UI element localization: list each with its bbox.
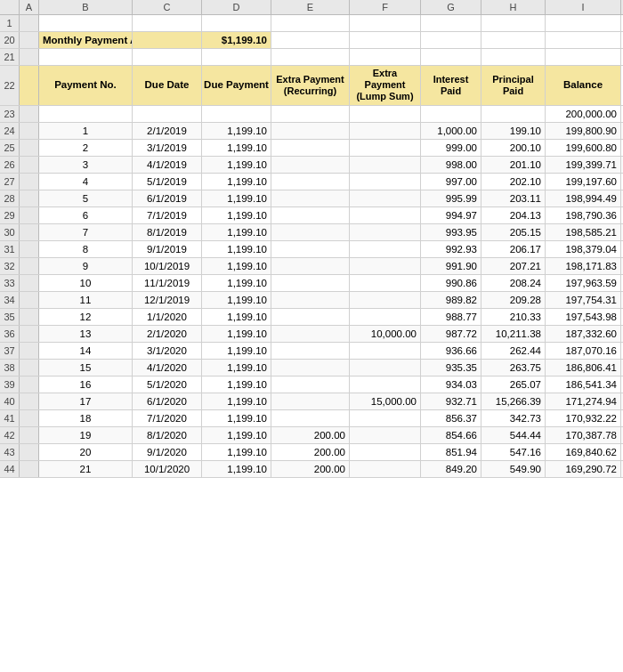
cell-25-c: 3/1/2019 xyxy=(133,140,202,156)
cell-39-a xyxy=(20,376,39,393)
cell-44-g: 849.20 xyxy=(421,461,481,477)
row-num-1: 1 xyxy=(0,15,20,31)
row-21: 21 xyxy=(0,49,623,66)
cell-42-i: 170,387.78 xyxy=(546,427,621,443)
col-header-i: I xyxy=(546,0,621,14)
cell-36-i: 187,332.60 xyxy=(546,326,621,342)
cell-39-g: 934.03 xyxy=(421,376,481,393)
cell-36-a xyxy=(20,326,39,342)
row-27: 2745/1/20191,199.10997.00202.10199,197.6… xyxy=(0,174,623,190)
cell-26-b: 3 xyxy=(39,157,133,173)
cell-42-h: 544.44 xyxy=(481,427,546,443)
cell-40-h: 15,266.39 xyxy=(481,393,546,409)
col-header-f: F xyxy=(350,0,421,14)
col-header-payment-no: Payment No. xyxy=(39,66,133,105)
row-num-42: 42 xyxy=(0,427,20,443)
row-44: 442110/1/20201,199.10200.00849.20549.901… xyxy=(0,461,623,478)
cell-35-f xyxy=(350,309,421,325)
cell-34-a xyxy=(20,292,39,308)
cell-25-d: 1,199.10 xyxy=(202,140,271,156)
cell-38-a xyxy=(20,360,39,376)
cell-30-h: 205.15 xyxy=(481,224,546,240)
cell-32-e xyxy=(271,258,350,274)
cell-27-a xyxy=(20,174,39,190)
cell-42-e: 200.00 xyxy=(271,427,350,443)
cell-21-a xyxy=(20,49,39,65)
cell-39-c: 5/1/2020 xyxy=(133,376,202,393)
cell-31-g: 992.93 xyxy=(421,241,481,257)
row-num-24: 24 xyxy=(0,123,20,139)
row-26: 2634/1/20191,199.10998.00201.10199,399.7… xyxy=(0,157,623,174)
row-num-37: 37 xyxy=(0,343,20,359)
cell-35-i: 197,543.98 xyxy=(546,309,621,325)
cell-38-f xyxy=(350,360,421,376)
cell-26-f xyxy=(350,157,421,173)
col-header-h: H xyxy=(481,0,546,14)
cell-44-b: 21 xyxy=(39,461,133,477)
cell-43-f xyxy=(350,444,421,460)
cell-32-a xyxy=(20,258,39,274)
row-num-35: 35 xyxy=(0,309,20,325)
cell-34-f xyxy=(350,292,421,308)
col-header-d: D xyxy=(202,0,271,14)
cell-20-g xyxy=(421,32,481,48)
cell-44-e: 200.00 xyxy=(271,461,350,477)
cell-33-h: 208.24 xyxy=(481,275,546,291)
cell-43-c: 9/1/2020 xyxy=(133,444,202,460)
cell-23-f xyxy=(350,106,421,122)
row-25: 2523/1/20191,199.10999.00200.10199,600.8… xyxy=(0,140,623,157)
cell-34-g: 989.82 xyxy=(421,292,481,308)
col-header-due-payment: Due Payment xyxy=(202,66,271,105)
cell-38-e xyxy=(271,360,350,376)
cell-40-g: 932.71 xyxy=(421,393,481,409)
col-header-extra-lump: ExtraPayment(Lump Sum) xyxy=(350,66,421,105)
row-num-43: 43 xyxy=(0,444,20,460)
cell-39-d: 1,199.10 xyxy=(202,376,271,393)
cell-41-c: 7/1/2020 xyxy=(133,410,202,426)
cell-20-a xyxy=(20,32,39,48)
cell-31-i: 198,379.04 xyxy=(546,241,621,257)
cell-38-c: 4/1/2020 xyxy=(133,360,202,376)
row-num-33: 33 xyxy=(0,275,20,291)
cell-44-f xyxy=(350,461,421,477)
cell-27-d: 1,199.10 xyxy=(202,174,271,190)
cell-39-b: 16 xyxy=(39,376,133,393)
cell-23-e xyxy=(271,106,350,122)
row-num-36: 36 xyxy=(0,326,20,342)
row-num-32: 32 xyxy=(0,258,20,274)
spreadsheet: A B C D E F G H I 1 20 Monthly Payment A… xyxy=(0,0,623,478)
cell-1-a xyxy=(20,15,39,31)
cell-31-e xyxy=(271,241,350,257)
cell-43-i: 169,840.62 xyxy=(546,444,621,460)
cell-24-e xyxy=(271,123,350,139)
column-headers: A B C D E F G H I xyxy=(0,0,623,15)
cell-32-d: 1,199.10 xyxy=(202,258,271,274)
cell-23-b xyxy=(39,106,133,122)
cell-30-i: 198,585.21 xyxy=(546,224,621,240)
row-42: 42198/1/20201,199.10200.00854.66544.4417… xyxy=(0,427,623,444)
cell-26-i: 199,399.71 xyxy=(546,157,621,173)
cell-38-b: 15 xyxy=(39,360,133,376)
cell-27-f xyxy=(350,174,421,190)
cell-33-b: 10 xyxy=(39,275,133,291)
cell-40-i: 171,274.94 xyxy=(546,393,621,409)
cell-26-h: 201.10 xyxy=(481,157,546,173)
cell-44-c: 10/1/2020 xyxy=(133,461,202,477)
row-num-26: 26 xyxy=(0,157,20,173)
cell-40-c: 6/1/2020 xyxy=(133,393,202,409)
cell-20-f xyxy=(350,32,421,48)
cell-36-c: 2/1/2020 xyxy=(133,326,202,342)
cell-33-a xyxy=(20,275,39,291)
cell-29-f xyxy=(350,207,421,223)
cell-42-d: 1,199.10 xyxy=(202,427,271,443)
cell-21-h xyxy=(481,49,546,65)
row-num-28: 28 xyxy=(0,190,20,206)
cell-36-b: 13 xyxy=(39,326,133,342)
cell-20-e xyxy=(271,32,350,48)
cell-36-f: 10,000.00 xyxy=(350,326,421,342)
cell-33-c: 11/1/2019 xyxy=(133,275,202,291)
cell-27-g: 997.00 xyxy=(421,174,481,190)
cell-32-i: 198,171.83 xyxy=(546,258,621,274)
corner-cell xyxy=(0,0,20,14)
cell-42-f xyxy=(350,427,421,443)
